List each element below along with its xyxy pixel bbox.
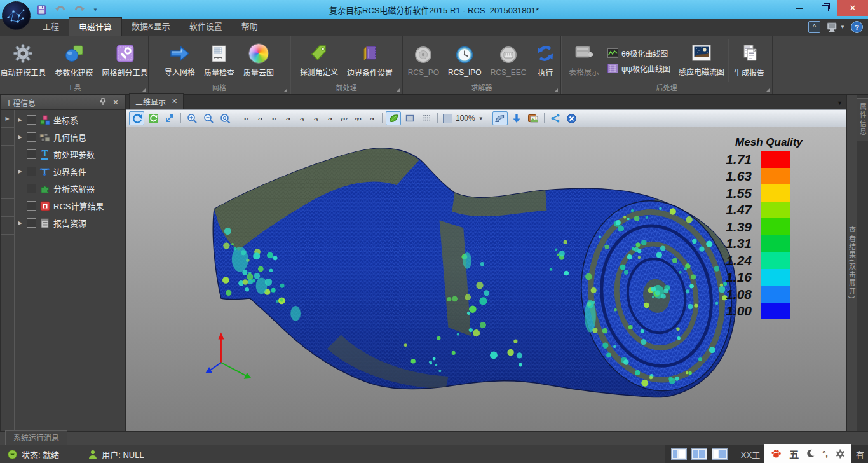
fit-extents-button[interactable] xyxy=(162,111,177,125)
tree-gutter-cell[interactable] xyxy=(1,146,14,163)
tree-item-checkbox[interactable] xyxy=(27,201,36,211)
system-message-tab[interactable]: 系统运行消息 xyxy=(5,430,67,445)
close-button[interactable]: ✕ xyxy=(837,0,868,16)
quality-cloud-button[interactable]: 质量云图 xyxy=(239,39,278,82)
tree-item-checkbox[interactable] xyxy=(27,115,36,125)
expand-arrow-icon[interactable]: ▶ xyxy=(17,169,24,174)
menu-tab-1[interactable]: 电磁计算 xyxy=(69,17,122,36)
group-expand-mark[interactable] xyxy=(284,88,287,92)
tab-overflow-arrow[interactable]: ▼ xyxy=(837,100,843,106)
zoom-window-button[interactable] xyxy=(217,111,233,125)
restore-button[interactable] xyxy=(812,0,837,16)
refresh-view-button[interactable] xyxy=(146,111,161,125)
view-orientation-button-2[interactable]: xz xyxy=(268,112,281,125)
tree-gutter-cell[interactable] xyxy=(1,217,14,235)
minimize-button[interactable] xyxy=(787,0,812,16)
panel-close-icon[interactable]: ✕ xyxy=(111,98,120,107)
view-orientation-button-7[interactable]: yxz xyxy=(337,112,351,125)
properties-tab[interactable]: 属性信息 xyxy=(857,98,868,141)
view-orientation-button-3[interactable]: zx xyxy=(281,112,295,125)
quality-check-button[interactable]: 质量检查 xyxy=(200,39,239,82)
parametric-modeling-button[interactable]: 参数化建模 xyxy=(51,39,98,82)
drop-down-arrow-button[interactable] xyxy=(509,111,524,125)
view-orientation-button-5[interactable]: zy xyxy=(309,112,323,125)
image-capture-button[interactable] xyxy=(526,111,541,125)
layout-left-button[interactable] xyxy=(671,448,687,460)
menu-tab-0[interactable]: 工程 xyxy=(33,17,69,36)
tree-item-checkbox[interactable] xyxy=(27,149,36,159)
tree-gutter-cell[interactable] xyxy=(1,199,14,217)
tree-item-3[interactable]: ▶边界条件 xyxy=(15,163,125,180)
tree-item-0[interactable]: ▶坐标系 xyxy=(15,111,125,128)
tree-item-5[interactable]: RCS计算结果 xyxy=(15,197,125,214)
view-orientation-button-8[interactable]: zyx xyxy=(351,112,365,125)
boundary-condition-settings-button[interactable]: 边界条件设置 xyxy=(342,39,397,82)
generate-report-button[interactable]: 生成报告 xyxy=(729,39,769,82)
menu-tab-3[interactable]: 软件设置 xyxy=(180,17,232,36)
group-expand-mark[interactable] xyxy=(766,88,770,92)
import-mesh-button[interactable]: 导入网格 xyxy=(160,39,200,82)
button-label: 表格展示 xyxy=(569,66,599,77)
tree-gutter-cell[interactable] xyxy=(1,128,14,146)
tree-item-checkbox[interactable] xyxy=(27,218,36,228)
tree-item-4[interactable]: 分析求解器 xyxy=(15,180,125,197)
zoom-in-button[interactable] xyxy=(184,111,200,125)
legend-value: 1.63 xyxy=(712,169,752,183)
pin-icon[interactable] xyxy=(98,98,107,107)
tree-item-checkbox[interactable] xyxy=(27,167,36,176)
surface-select-button[interactable] xyxy=(492,111,508,125)
view-orientation-button-4[interactable]: zy xyxy=(295,112,309,125)
shaded-display-button[interactable] xyxy=(386,111,401,125)
tree-item-checkbox[interactable] xyxy=(27,184,36,193)
quick-access-dropdown[interactable]: ▼ xyxy=(93,7,98,13)
mesh-points-display-button[interactable] xyxy=(419,111,434,125)
psi-polarization-curve-button[interactable]: ψψ极化曲线图 xyxy=(607,63,670,74)
ribbon-collapse-button[interactable]: ^ xyxy=(808,21,820,33)
viewport-3d[interactable]: Mesh Quality 1.711.631.551.471.391.311.2… xyxy=(126,127,846,431)
ime-toolbar[interactable]: 五 °, xyxy=(764,444,851,463)
expand-arrow-icon[interactable]: ▶ xyxy=(17,220,24,226)
tree-item-6[interactable]: ▶报告资源 xyxy=(15,214,125,232)
view-orientation-button-1[interactable]: zx xyxy=(254,112,267,125)
probe-angle-button[interactable]: 探测角定义 xyxy=(295,39,342,82)
results-collapsed-bar[interactable]: 查看结果(双击展开) xyxy=(846,95,857,431)
tab-close-icon[interactable]: ✕ xyxy=(172,97,177,106)
theta-polarization-curve-button[interactable]: θθ极化曲线图 xyxy=(607,48,670,59)
rotate-view-button[interactable] xyxy=(129,111,144,125)
tree-item-2[interactable]: T前处理参数 xyxy=(15,146,125,163)
view-orientation-button-0[interactable]: xz xyxy=(240,112,253,125)
group-expand-mark[interactable] xyxy=(555,88,558,92)
tree-item-checkbox[interactable] xyxy=(27,132,36,142)
rcs-ipo-button[interactable]: RCS_IPO xyxy=(444,39,486,82)
menu-tab-4[interactable]: 帮助 xyxy=(232,17,268,36)
tree-item-1[interactable]: ▶几何信息 xyxy=(15,128,125,146)
layout-right-button[interactable] xyxy=(712,448,728,460)
layout-center-button[interactable] xyxy=(691,448,707,460)
tree-gutter-cell[interactable]: ▶ xyxy=(1,110,14,128)
view-orientation-button-6[interactable]: zx xyxy=(323,112,337,125)
close-view-button[interactable] xyxy=(564,111,580,125)
undo-button[interactable] xyxy=(55,4,66,15)
menu-tab-2[interactable]: 数据&显示 xyxy=(122,17,180,36)
execute-button[interactable]: 执行 xyxy=(531,39,560,82)
induced-current-map-button[interactable]: 感应电磁流图 xyxy=(674,39,729,82)
expand-arrow-icon[interactable]: ▶ xyxy=(17,117,24,123)
display-switch-button[interactable]: ▼ xyxy=(826,22,845,32)
mesh-partition-tool-button[interactable]: 网格剖分工具 xyxy=(98,39,153,82)
group-expand-mark[interactable] xyxy=(397,88,400,92)
help-button[interactable]: ? xyxy=(851,21,863,33)
tree-gutter-cell[interactable] xyxy=(1,181,14,199)
wireframe-display-button[interactable] xyxy=(402,111,417,125)
group-expand-mark[interactable] xyxy=(142,88,146,92)
view-orientation-button-9[interactable]: zx xyxy=(365,112,379,125)
zoom-out-button[interactable] xyxy=(201,111,216,125)
redo-button[interactable] xyxy=(74,4,85,15)
app-logo[interactable] xyxy=(2,1,31,30)
tree-gutter-cell[interactable] xyxy=(1,163,14,181)
zoom-level-control[interactable]: 100% ▼ xyxy=(441,114,485,123)
tab-3d-display[interactable]: 三维显示 ✕ xyxy=(129,93,184,109)
save-button[interactable] xyxy=(36,4,47,15)
expand-arrow-icon[interactable]: ▶ xyxy=(17,134,24,140)
launch-modeling-tool-button[interactable]: 启动建模工具 xyxy=(0,39,51,82)
share-split-button[interactable] xyxy=(548,111,563,125)
